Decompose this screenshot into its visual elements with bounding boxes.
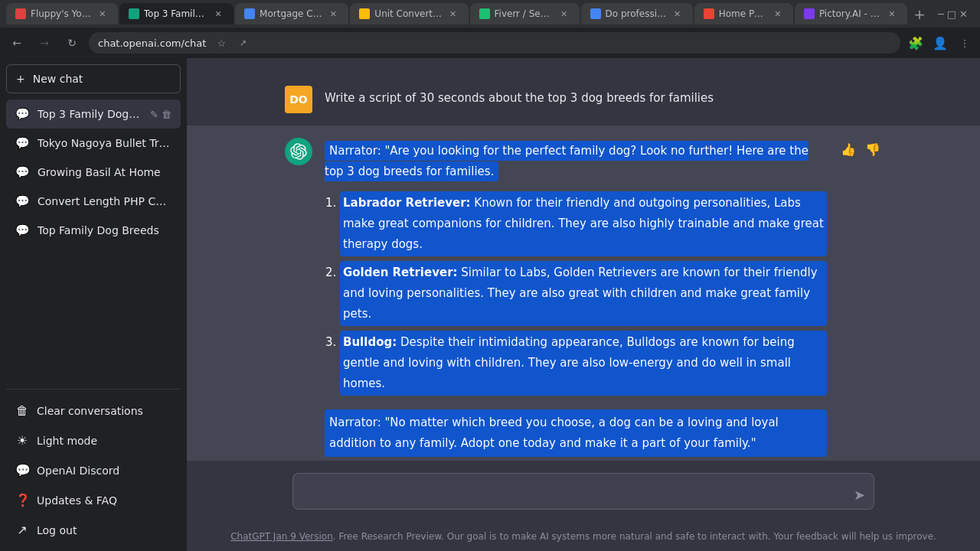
reload-button[interactable]: ↻ (61, 32, 83, 54)
action-icon-updates: ❓ (15, 493, 29, 507)
browser-tab-tab3[interactable]: Mortgage Ca... ✕ (235, 3, 348, 24)
chat-area: DO Write a script of 30 seconds about th… (187, 58, 980, 461)
chat-item-label: Tokyo Nagoya Bullet Train Ho... (38, 137, 172, 149)
browser-tab-tab7[interactable]: Home Page ✕ (694, 3, 793, 24)
sidebar-chat-item[interactable]: 💬 Tokyo Nagoya Bullet Train Ho... (6, 129, 181, 158)
tab-favicon (129, 8, 139, 19)
maximize-button[interactable]: □ (947, 8, 956, 20)
ai-avatar (285, 138, 312, 165)
extensions-icon[interactable]: 🧩 (906, 34, 925, 52)
tab-label: Unit Converte... (374, 8, 442, 19)
tab-close-button[interactable]: ✕ (886, 8, 898, 20)
sidebar-chat-item[interactable]: 💬 Convert Length PHP Code (6, 187, 181, 216)
action-icon-light: ☀ (15, 433, 29, 448)
profile-icon[interactable]: 👤 (931, 34, 949, 52)
action-label-clear: Clear conversations (37, 405, 143, 417)
tab-label: Do professio... (606, 8, 667, 19)
action-icon-logout: ↗ (15, 523, 29, 537)
chat-icon: 💬 (15, 223, 30, 237)
browser-tab-tab4[interactable]: Unit Converte... ✕ (350, 3, 468, 24)
assistant-message-row: Narrator: "Are you looking for the perfe… (187, 126, 980, 461)
sidebar-action-discord[interactable]: 💬 OpenAI Discord (6, 455, 181, 485)
breed-item: Bulldog: Despite their intimidating appe… (340, 331, 827, 396)
menu-icon[interactable]: ⋮ (956, 34, 974, 52)
sidebar-chat-item[interactable]: 💬 Top 3 Family Dog Breed ✎ 🗑 (6, 99, 181, 129)
user-message-row: DO Write a script of 30 seconds about th… (254, 73, 913, 126)
sidebar-action-clear[interactable]: 🗑 Clear conversations (6, 396, 181, 425)
sidebar-action-light[interactable]: ☀ Light mode (6, 425, 181, 455)
edit-icon[interactable]: ✎ (150, 109, 158, 120)
url-bar[interactable]: chat.openai.com/chat ☆ ↗ (89, 32, 900, 54)
thumbs-down-button[interactable]: 👎 (864, 141, 882, 158)
user-avatar: DO (285, 86, 312, 113)
tab-close-button[interactable]: ✕ (558, 8, 570, 20)
sidebar-chat-item[interactable]: 💬 Growing Basil At Home (6, 158, 181, 187)
sidebar-chat-item[interactable]: 💬 Top Family Dog Breeds (6, 216, 181, 245)
chat-list: 💬 Top 3 Family Dog Breed ✎ 🗑 💬 Tokyo Nag… (6, 99, 181, 245)
app: + New chat 💬 Top 3 Family Dog Breed ✎ 🗑 … (0, 58, 980, 551)
breed-list: Labrador Retriever: Known for their frie… (325, 191, 827, 396)
tab-favicon (804, 8, 815, 19)
delete-icon[interactable]: 🗑 (162, 109, 172, 120)
chat-item-label: Top 3 Family Dog Breed (38, 108, 142, 120)
tab-favicon (359, 8, 370, 19)
url-text: chat.openai.com/chat (98, 37, 206, 49)
browser-tab-tab1[interactable]: Fluppy's You... ✕ (6, 3, 118, 24)
message-actions: 👍 👎 (839, 138, 882, 457)
sidebar-actions: 🗑 Clear conversations ☀ Light mode 💬 Ope… (6, 396, 181, 545)
chat-item-label: Convert Length PHP Code (38, 195, 172, 207)
sidebar-action-updates[interactable]: ❓ Updates & FAQ (6, 485, 181, 515)
new-tab-button[interactable]: + (909, 3, 930, 24)
main-content: DO Write a script of 30 seconds about th… (187, 58, 980, 551)
chat-item-label: Top Family Dog Breeds (38, 224, 172, 236)
browser-chrome: Fluppy's You... ✕ Top 3 Family ... ✕ Mor… (0, 0, 980, 58)
breed-name: Golden Retriever: (343, 266, 458, 279)
action-label-light: Light mode (37, 435, 97, 447)
breed-item: Golden Retriever: Similar to Labs, Golde… (340, 261, 827, 326)
tab-close-button[interactable]: ✕ (327, 8, 339, 20)
thumbs-up-button[interactable]: 👍 (839, 141, 858, 158)
chat-input[interactable] (292, 473, 874, 510)
tab-favicon (590, 8, 601, 19)
action-icon-discord: 💬 (15, 463, 29, 478)
new-chat-button[interactable]: + New chat (6, 64, 181, 93)
browser-tab-tab8[interactable]: Pictory.AI - H... ✕ (795, 3, 907, 24)
action-icon-clear: 🗑 (15, 403, 29, 418)
new-chat-label: New chat (33, 73, 83, 85)
close-window-button[interactable]: ✕ (959, 8, 968, 20)
tab-label: Pictory.AI - H... (819, 8, 881, 19)
tab-close-button[interactable]: ✕ (447, 8, 459, 20)
sidebar: + New chat 💬 Top 3 Family Dog Breed ✎ 🗑 … (0, 58, 187, 551)
sidebar-action-logout[interactable]: ↗ Log out (6, 515, 181, 545)
tab-label: Top 3 Family ... (144, 8, 207, 19)
send-button[interactable]: ➤ (854, 487, 865, 504)
back-button[interactable]: ← (6, 32, 28, 54)
tab-close-button[interactable]: ✕ (212, 8, 224, 20)
forward-button[interactable]: → (34, 32, 55, 54)
tab-label: Fiverr / Sear... (495, 8, 554, 19)
browser-tab-tab6[interactable]: Do professio... ✕ (581, 3, 693, 24)
share-icon[interactable]: ↗ (234, 34, 252, 52)
footer-link[interactable]: ChatGPT Jan 9 Version (230, 531, 333, 542)
bookmark-star-icon[interactable]: ☆ (212, 34, 230, 52)
minimize-button[interactable]: ─ (938, 8, 944, 20)
browser-tab-tab5[interactable]: Fiverr / Sear... ✕ (470, 3, 580, 24)
breed-name: Labrador Retriever: (343, 196, 471, 210)
breed-item: Labrador Retriever: Known for their frie… (340, 191, 827, 256)
ai-message-content: Narrator: "Are you looking for the perfe… (325, 138, 827, 457)
tab-bar: Fluppy's You... ✕ Top 3 Family ... ✕ Mor… (0, 0, 980, 28)
user-message-content: Write a script of 30 seconds about the t… (325, 86, 882, 113)
chat-icon: 💬 (15, 165, 30, 179)
breed-description: Despite their intimidating appearance, B… (343, 335, 795, 390)
browser-tab-tab2[interactable]: Top 3 Family ... ✕ (119, 3, 234, 24)
tab-label: Fluppy's You... (31, 8, 92, 19)
tab-close-button[interactable]: ✕ (96, 8, 109, 20)
tab-favicon (704, 8, 714, 19)
tab-close-button[interactable]: ✕ (671, 8, 684, 20)
chat-icon: 💬 (15, 194, 30, 208)
ai-outro-text: Narrator: "No matter which breed you cho… (325, 409, 827, 457)
tab-favicon (244, 8, 255, 19)
tab-favicon (479, 8, 490, 19)
tab-close-button[interactable]: ✕ (772, 8, 784, 20)
footer-text: ChatGPT Jan 9 Version. Free Research Pre… (187, 531, 980, 551)
